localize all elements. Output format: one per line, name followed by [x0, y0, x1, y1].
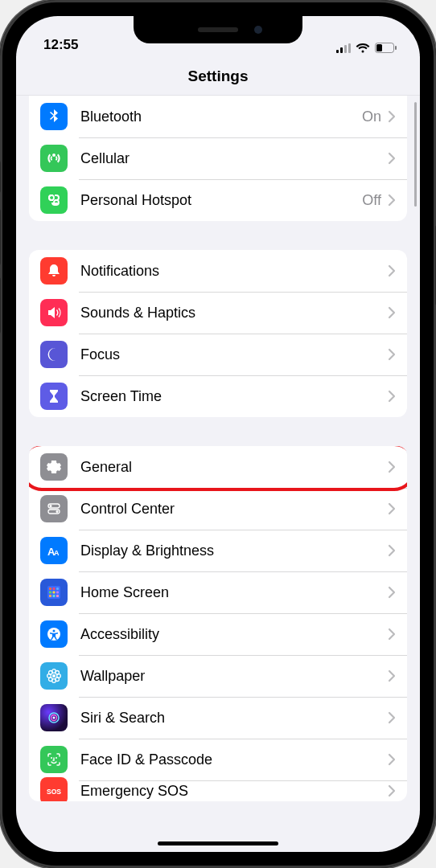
chevron-right-icon	[388, 264, 396, 277]
chevron-right-icon	[388, 194, 396, 207]
status-right	[336, 43, 397, 53]
bell-icon	[40, 257, 68, 285]
accessibility-icon	[40, 620, 68, 648]
row-label: Accessibility	[80, 626, 388, 643]
content-scroll[interactable]: Bluetooth On Cellular Personal Hotspot O…	[16, 96, 420, 852]
chevron-right-icon	[388, 306, 396, 319]
wifi-icon	[356, 43, 370, 53]
svg-rect-6	[395, 46, 397, 50]
row-label: Notifications	[80, 263, 388, 280]
settings-row-hotspot[interactable]: Personal Hotspot Off	[29, 179, 407, 221]
link-icon	[40, 186, 68, 214]
row-detail: On	[362, 108, 381, 125]
chevron-right-icon	[388, 461, 396, 473]
chevron-right-icon	[388, 711, 396, 724]
antenna-icon	[40, 145, 68, 172]
grid-icon	[40, 579, 68, 606]
svg-rect-3	[348, 43, 351, 53]
phone-frame: 12:55 Settings Bluetooth On	[0, 0, 436, 868]
gear-icon	[40, 453, 68, 481]
settings-row-homescreen[interactable]: Home Screen	[29, 571, 407, 613]
settings-row-sounds[interactable]: Sounds & Haptics	[29, 292, 407, 334]
screen: 12:55 Settings Bluetooth On	[16, 16, 420, 852]
settings-group: Bluetooth On Cellular Personal Hotspot O…	[29, 96, 407, 221]
notch	[134, 16, 302, 43]
chevron-right-icon	[388, 544, 396, 557]
row-label: Cellular	[80, 150, 388, 167]
settings-group: Notifications Sounds & Haptics Focus	[29, 250, 407, 417]
faceid-icon	[40, 746, 68, 773]
scroll-indicator[interactable]	[414, 102, 417, 207]
settings-row-siri[interactable]: Siri & Search	[29, 697, 407, 739]
nav-header: Settings	[16, 56, 420, 96]
settings-row-accessibility[interactable]: Accessibility	[29, 613, 407, 655]
row-label: Control Center	[80, 501, 388, 518]
chevron-right-icon	[388, 502, 396, 515]
switches-icon	[40, 495, 68, 522]
row-label: Bluetooth	[80, 108, 362, 125]
settings-row-cellular[interactable]: Cellular	[29, 137, 407, 179]
row-label: Display & Brightness	[80, 542, 388, 559]
row-label: Wallpaper	[80, 668, 388, 685]
settings-row-screentime[interactable]: Screen Time	[29, 375, 407, 417]
settings-row-notifications[interactable]: Notifications	[29, 250, 407, 292]
bluetooth-icon	[40, 103, 68, 130]
row-label: General	[80, 459, 388, 476]
row-label: Face ID & Passcode	[80, 751, 388, 768]
moon-icon	[40, 341, 68, 368]
settings-row-bluetooth[interactable]: Bluetooth On	[29, 96, 407, 137]
svg-rect-0	[336, 50, 339, 53]
settings-group: General Control Center Display & Brightn…	[29, 446, 407, 801]
settings-row-focus[interactable]: Focus	[29, 334, 407, 375]
chevron-right-icon	[388, 628, 396, 641]
sos-icon	[40, 777, 68, 801]
svg-rect-1	[340, 47, 343, 53]
flower-icon	[40, 662, 68, 690]
chevron-right-icon	[388, 390, 396, 403]
chevron-right-icon	[388, 669, 396, 682]
svg-rect-2	[344, 45, 347, 53]
status-time: 12:55	[43, 37, 78, 53]
settings-row-controlcenter[interactable]: Control Center	[29, 488, 407, 530]
settings-row-sos[interactable]: Emergency SOS	[29, 780, 407, 801]
chevron-right-icon	[388, 784, 396, 797]
siri-icon	[40, 704, 68, 731]
chevron-right-icon	[388, 348, 396, 361]
row-label: Emergency SOS	[80, 783, 388, 800]
battery-icon	[375, 43, 397, 53]
chevron-right-icon	[388, 753, 396, 766]
row-label: Personal Hotspot	[80, 192, 362, 209]
row-label: Focus	[80, 346, 388, 363]
home-indicator[interactable]	[158, 841, 278, 845]
row-label: Sounds & Haptics	[80, 305, 388, 321]
page-title: Settings	[188, 68, 249, 84]
row-label: Siri & Search	[80, 710, 388, 727]
settings-row-general[interactable]: General	[29, 446, 407, 488]
settings-row-display[interactable]: Display & Brightness	[29, 530, 407, 571]
settings-row-wallpaper[interactable]: Wallpaper	[29, 655, 407, 697]
row-label: Home Screen	[80, 584, 388, 601]
svg-rect-5	[376, 44, 382, 51]
chevron-right-icon	[388, 586, 396, 599]
hourglass-icon	[40, 383, 68, 410]
settings-row-faceid[interactable]: Face ID & Passcode	[29, 739, 407, 780]
cellular-signal-icon	[336, 43, 351, 53]
speaker-icon	[40, 299, 68, 326]
row-detail: Off	[362, 192, 381, 209]
chevron-right-icon	[388, 110, 396, 123]
row-label: Screen Time	[80, 388, 388, 405]
textsize-icon	[40, 537, 68, 564]
chevron-right-icon	[388, 152, 396, 165]
